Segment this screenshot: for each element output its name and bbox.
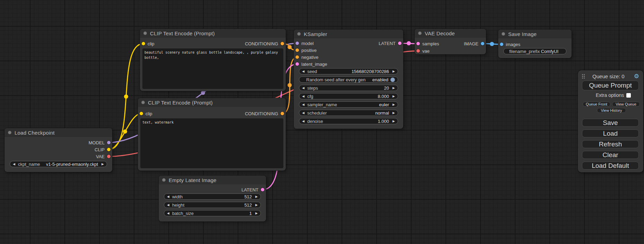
node-title: KSampler [304, 31, 327, 37]
increment-arrow-icon[interactable]: ▶ [392, 70, 395, 73]
conditioning-port-icon[interactable] [281, 112, 284, 115]
output-port-model[interactable]: MODEL [89, 140, 111, 145]
load-default-button[interactable]: Load Default [582, 162, 639, 170]
output-port-clip[interactable]: CLIP [95, 147, 111, 152]
queue-front-button[interactable]: Queue Front [583, 102, 610, 107]
latent-port-icon[interactable] [261, 188, 264, 191]
widget-sampler-name[interactable]: ◀ sampler_name euler ▶ [299, 101, 398, 108]
widget-scheduler[interactable]: ◀ scheduler normal ▶ [299, 110, 398, 116]
clear-button[interactable]: Clear [582, 151, 639, 159]
increment-arrow-icon[interactable]: ▶ [392, 111, 395, 115]
input-port-model[interactable]: model [295, 40, 314, 46]
increment-arrow-icon[interactable]: ▶ [392, 120, 395, 123]
input-port-images[interactable]: images [500, 42, 520, 47]
node-title-bar[interactable]: Load Checkpoint [5, 128, 112, 137]
decrement-arrow-icon[interactable]: ◀ [167, 204, 169, 207]
input-port-clip[interactable]: clip [140, 111, 152, 116]
node-status-icon [297, 32, 301, 36]
output-port-conditioning[interactable]: CONDITIONING [245, 111, 284, 116]
node-status-icon [418, 31, 422, 35]
decrement-arrow-icon[interactable]: ◀ [302, 87, 305, 90]
output-port-latent[interactable]: LATENT [379, 40, 402, 46]
node-ksampler: KSampler model positive negative latent_… [294, 29, 403, 129]
widget-seed[interactable]: ◀ seed 156680208700286 ▶ [299, 68, 398, 74]
load-button[interactable]: Load [582, 129, 639, 137]
vae-port-icon[interactable] [416, 49, 420, 53]
settings-gear-icon[interactable]: ⚙ [634, 73, 639, 79]
latent-port-icon[interactable] [416, 42, 420, 45]
clip-port-icon[interactable] [140, 112, 143, 115]
decrement-arrow-icon[interactable]: ◀ [13, 163, 15, 166]
output-port-image[interactable]: IMAGE [464, 41, 484, 46]
node-vae-decode: VAE Decode samples vae IMAGE [415, 29, 486, 54]
widget-batch-size[interactable]: ◀ batch_size 1 ▶ [164, 210, 261, 216]
conditioning-port-icon[interactable] [295, 48, 299, 52]
model-port-icon[interactable] [107, 141, 111, 144]
input-port-clip[interactable]: clip [142, 41, 155, 46]
link-midpoint-dot [407, 41, 411, 45]
widget-steps[interactable]: ◀ steps 20 ▶ [299, 85, 398, 91]
conditioning-port-icon[interactable] [295, 55, 299, 59]
latent-port-icon[interactable] [398, 42, 402, 45]
queue-prompt-button[interactable]: Queue Prompt [582, 81, 639, 90]
widget-width[interactable]: ◀ width 512 ▶ [164, 193, 261, 200]
toggle-enabled-icon[interactable] [390, 78, 395, 82]
node-title-bar[interactable]: CLIP Text Encode (Prompt) [140, 29, 286, 38]
save-button[interactable]: Save [582, 119, 639, 127]
increment-arrow-icon[interactable]: ▶ [255, 195, 258, 198]
increment-arrow-icon[interactable]: ▶ [255, 204, 258, 207]
input-port-samples[interactable]: samples [416, 41, 439, 46]
increment-arrow-icon[interactable]: ▶ [102, 163, 104, 166]
extra-options-checkbox[interactable] [626, 93, 631, 98]
clip-port-icon[interactable] [142, 42, 145, 45]
extra-options-label: Extra options [596, 92, 624, 98]
clip-port-icon[interactable] [107, 148, 111, 151]
link-midpoint-dot [288, 83, 292, 87]
vae-port-icon[interactable] [107, 155, 111, 158]
increment-arrow-icon[interactable]: ▶ [392, 95, 395, 98]
node-title-bar[interactable]: VAE Decode [415, 29, 486, 38]
node-title-bar[interactable]: CLIP Text Encode (Prompt) [138, 98, 286, 107]
increment-arrow-icon[interactable]: ▶ [255, 212, 258, 215]
decrement-arrow-icon[interactable]: ◀ [302, 111, 305, 115]
decrement-arrow-icon[interactable]: ◀ [302, 70, 305, 73]
output-port-vae[interactable]: VAE [96, 154, 111, 159]
increment-arrow-icon[interactable]: ▶ [392, 87, 395, 90]
input-port-negative[interactable]: negative [295, 54, 318, 60]
widget-filename-prefix[interactable]: filename_prefix ComfyUI [503, 48, 566, 54]
node-load-checkpoint: Load Checkpoint MODEL CLIP VAE ◀ ckpt_na… [5, 128, 112, 172]
node-status-icon [502, 32, 505, 36]
node-graph-canvas[interactable]: Load Checkpoint MODEL CLIP VAE ◀ ckpt_na… [0, 0, 644, 244]
node-clip-text-encode-negative: CLIP Text Encode (Prompt) clip CONDITION… [138, 98, 286, 171]
image-port-icon[interactable] [481, 42, 484, 45]
widget-cfg[interactable]: ◀ cfg 8.000 ▶ [299, 93, 398, 99]
view-history-button[interactable]: View History [597, 108, 626, 113]
decrement-arrow-icon[interactable]: ◀ [167, 195, 169, 198]
node-title-bar[interactable]: Empty Latent Image [159, 175, 266, 184]
output-port-conditioning[interactable]: CONDITIONING [245, 41, 284, 46]
node-title-bar[interactable]: Save Image [498, 29, 572, 38]
conditioning-port-icon[interactable] [281, 42, 284, 45]
refresh-button[interactable]: Refresh [582, 140, 639, 148]
widget-random-seed-toggle[interactable]: Random seed after every gen enabled [299, 76, 398, 83]
decrement-arrow-icon[interactable]: ◀ [302, 103, 305, 106]
decrement-arrow-icon[interactable]: ◀ [302, 95, 305, 98]
node-title-bar[interactable]: KSampler [294, 29, 403, 38]
output-port-latent[interactable]: LATENT [241, 187, 264, 192]
widget-ckpt-name[interactable]: ◀ ckpt_name v1-5-pruned-emaonly.ckpt ▶ [10, 161, 107, 167]
widget-denoise[interactable]: ◀ denoise 1.000 ▶ [299, 118, 398, 124]
image-port-icon[interactable] [500, 43, 503, 46]
node-title: CLIP Text Encode (Prompt) [148, 100, 213, 106]
model-port-icon[interactable] [295, 42, 299, 45]
widget-height[interactable]: ◀ height 512 ▶ [164, 202, 261, 208]
decrement-arrow-icon[interactable]: ◀ [167, 212, 169, 215]
latent-port-icon[interactable] [295, 62, 299, 66]
input-port-vae[interactable]: vae [416, 48, 430, 54]
increment-arrow-icon[interactable]: ▶ [392, 103, 395, 106]
negative-prompt-textarea[interactable]: text, watermark [140, 118, 283, 168]
view-queue-button[interactable]: View Queue [612, 102, 640, 107]
input-port-latent-image[interactable]: latent_image [295, 61, 327, 67]
input-port-positive[interactable]: positive [295, 47, 317, 53]
decrement-arrow-icon[interactable]: ◀ [302, 120, 305, 123]
positive-prompt-textarea[interactable]: beautiful scenery nature glass bottle la… [142, 48, 283, 89]
